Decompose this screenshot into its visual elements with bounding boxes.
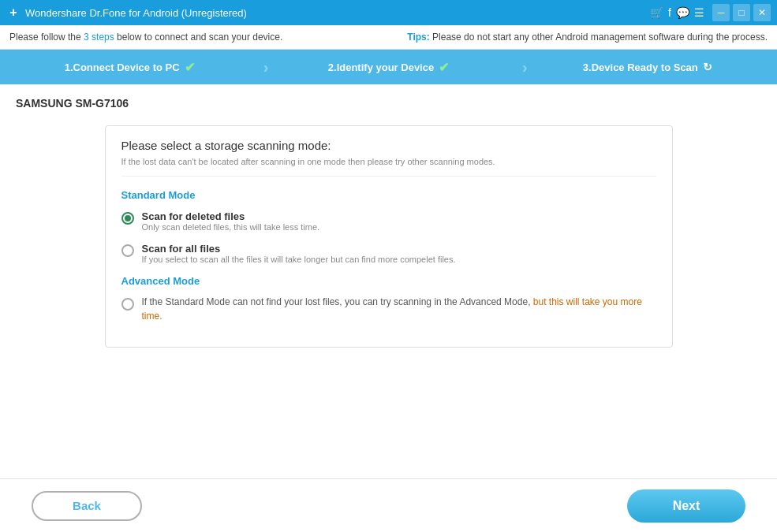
step-2-label: 2.Identify your Device [328,61,434,73]
next-button[interactable]: Next [627,489,745,523]
minimize-button[interactable]: ─ [712,4,730,21]
step-1-check: ✔ [185,60,195,75]
cart-icon[interactable]: 🛒 [650,6,663,19]
info-bar-left: Please follow the 3 steps below to conne… [9,32,407,43]
close-button[interactable]: ✕ [753,4,771,21]
option-advanced[interactable]: If the Standard Mode can not find your l… [121,295,656,323]
scan-mode-section: Please select a storage scanning mode: I… [105,125,673,348]
step-1-arrow: › [263,58,269,76]
app-title: Wondershare Dr.Fone for Android (Unregis… [25,7,650,19]
radio-advanced[interactable] [121,298,134,311]
maximize-button[interactable]: □ [733,4,750,21]
step-2-arrow: › [522,58,528,76]
tips-text: Please do not start any other Android ma… [432,32,768,43]
step-3-spin: ↻ [703,61,712,73]
option-all-text: Scan for all files If you select to scan… [142,243,456,264]
advanced-section: Advanced Mode If the Standard Mode can n… [121,275,656,323]
step-3: 3.Device Ready to Scan ↻ [518,50,777,84]
advanced-desc-1: If the Standard Mode can not find your l… [142,296,533,307]
info-prefix: Please follow the [9,32,84,43]
step-1-label: 1.Connect Device to PC [65,61,180,73]
step-2-check: ✔ [439,60,449,75]
option-deleted-desc: Only scan deleted files, this will take … [142,222,320,232]
advanced-desc: If the Standard Mode can not find your l… [142,295,656,323]
tips-label: Tips: [407,32,429,43]
toolbar-icons: 🛒 f 💬 ☰ [650,6,704,19]
steps-link[interactable]: 3 steps [84,32,114,43]
title-bar: + Wondershare Dr.Fone for Android (Unreg… [0,0,777,25]
scan-mode-subtitle: If the lost data can't be located after … [121,157,656,177]
footer: Back Next [0,478,777,532]
radio-deleted-files[interactable] [121,212,134,225]
main-content: SAMSUNG SM-G7106 Please select a storage… [0,84,777,478]
window-controls: ─ □ ✕ [712,4,771,21]
standard-mode-title: Standard Mode [121,189,656,201]
info-suffix: below to connect and scan your device. [117,32,282,43]
menu-icon[interactable]: ☰ [694,6,704,19]
info-bar-right: Tips: Please do not start any other Andr… [407,32,768,43]
option-deleted-text: Scan for deleted files Only scan deleted… [142,210,320,232]
chat-icon[interactable]: 💬 [676,6,689,19]
option-deleted-label: Scan for deleted files [142,210,320,222]
advanced-mode-title: Advanced Mode [121,275,656,287]
app-icon: + [6,6,21,20]
device-name: SAMSUNG SM-G7106 [16,97,761,110]
back-button[interactable]: Back [32,491,142,521]
step-2: 2.Identify your Device ✔ › [259,50,517,84]
step-1: 1.Connect Device to PC ✔ › [0,50,259,84]
option-all-files[interactable]: Scan for all files If you select to scan… [121,243,656,264]
radio-all-files[interactable] [121,244,134,257]
steps-bar: 1.Connect Device to PC ✔ › 2.Identify yo… [0,50,777,84]
option-deleted-files[interactable]: Scan for deleted files Only scan deleted… [121,210,656,232]
step-3-label: 3.Device Ready to Scan [583,61,698,73]
scan-mode-title: Please select a storage scanning mode: [121,139,656,152]
facebook-icon[interactable]: f [668,6,671,19]
option-all-desc: If you select to scan all the files it w… [142,255,456,264]
option-all-label: Scan for all files [142,243,456,255]
info-bar: Please follow the 3 steps below to conne… [0,25,777,50]
